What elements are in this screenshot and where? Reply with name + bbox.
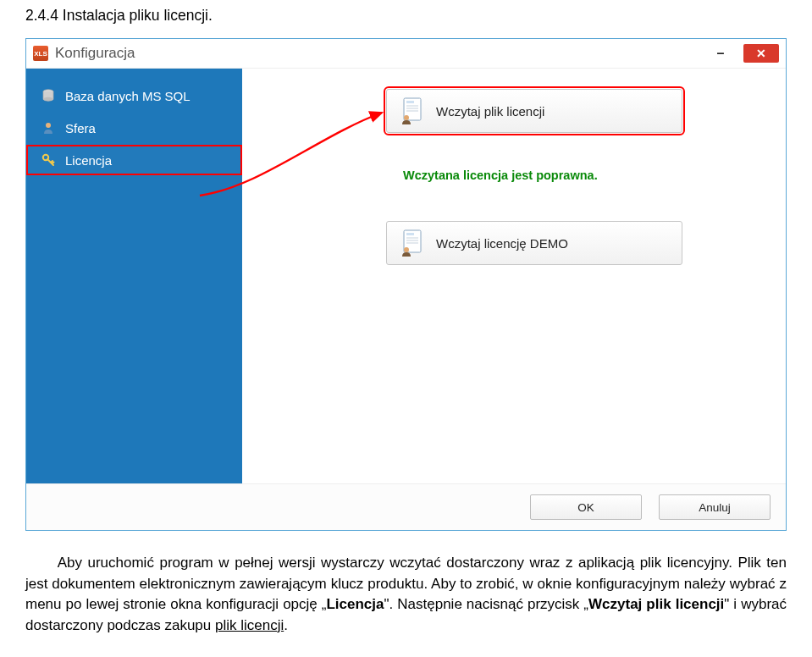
- database-icon: [40, 87, 57, 104]
- content-pane: Wczytaj plik licencji Wczytana licencja …: [242, 69, 786, 483]
- license-status-text: Wczytana licencja jest poprawna.: [403, 168, 598, 182]
- dialog-footer: OK Anuluj: [26, 483, 786, 530]
- config-window: XLS Konfiguracja – ✕ Baza d: [25, 38, 787, 531]
- sidebar-item-label: Licencja: [65, 153, 112, 168]
- svg-rect-5: [406, 101, 414, 103]
- ok-button-label: OK: [577, 501, 594, 514]
- sidebar-item-licencja[interactable]: Licencja: [26, 145, 242, 175]
- load-demo-label: Wczytaj licencję DEMO: [436, 236, 568, 251]
- para-bold-licencja: Licencja: [326, 596, 384, 612]
- app-icon: XLS: [33, 46, 48, 61]
- para-underline-plik: plik licencji: [215, 617, 284, 633]
- load-license-button[interactable]: Wczytaj plik licencji: [386, 89, 682, 133]
- doc-section-heading: 2.4.4 Instalacja pliku licencji.: [25, 7, 787, 25]
- document-person-icon: [400, 97, 424, 124]
- document-person-icon: [400, 229, 424, 257]
- cancel-button[interactable]: Anuluj: [659, 494, 771, 520]
- user-icon: [40, 119, 57, 136]
- svg-point-2: [46, 123, 51, 128]
- svg-rect-11: [406, 233, 414, 235]
- svg-point-9: [404, 115, 409, 120]
- minimize-button[interactable]: –: [703, 44, 738, 63]
- para-text-4: .: [284, 617, 288, 633]
- sidebar-item-label: Sfera: [65, 121, 96, 135]
- load-demo-button[interactable]: Wczytaj licencję DEMO: [386, 221, 682, 265]
- close-button[interactable]: ✕: [743, 44, 779, 63]
- cancel-button-label: Anuluj: [699, 501, 731, 514]
- para-bold-wczytaj: Wczytaj plik licencji: [588, 596, 724, 612]
- sidebar-item-database[interactable]: Baza danych MS SQL: [26, 80, 242, 111]
- load-license-label: Wczytaj plik licencji: [436, 104, 544, 119]
- sidebar: Baza danych MS SQL Sfera: [26, 69, 242, 483]
- svg-point-15: [404, 247, 409, 252]
- sidebar-item-label: Baza danych MS SQL: [65, 89, 191, 103]
- window-titlebar: XLS Konfiguracja – ✕: [26, 39, 786, 69]
- ok-button[interactable]: OK: [530, 494, 642, 520]
- window-title: Konfiguracja: [55, 45, 135, 62]
- doc-paragraph: Aby uruchomić program w pełnej wersji wy…: [25, 553, 787, 637]
- svg-point-1: [43, 97, 53, 101]
- sidebar-item-sfera[interactable]: Sfera: [26, 113, 242, 143]
- key-icon: [40, 152, 57, 168]
- para-text-2: ". Następnie nacisnąć przycisk „: [384, 596, 589, 612]
